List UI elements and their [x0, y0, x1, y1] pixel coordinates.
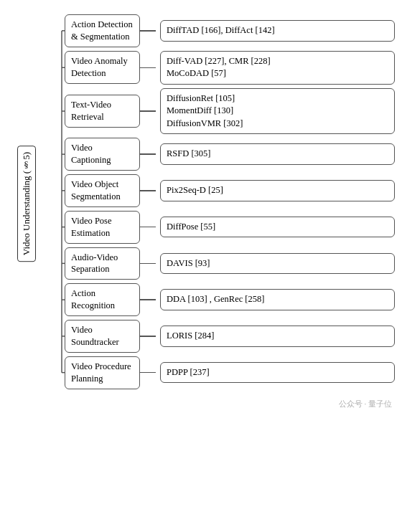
- h-connector-video-pose: [140, 227, 156, 228]
- ref-video-pose: DiffPose [55]: [160, 217, 395, 238]
- h-connector-video-procedure: [140, 372, 156, 374]
- tree-connector: [42, 14, 65, 394]
- h-connector-text-video: [140, 110, 156, 112]
- row-video-procedure: Video Procedure PlanningPDPP [237]: [65, 356, 395, 389]
- ref-video-soundtracker: LORIS [284]: [160, 326, 395, 347]
- ref-action-recognition: DDA [103] , GenRec [258]: [160, 289, 395, 310]
- row-text-video: Text-Video RetrievalDiffusionRet [105] M…: [65, 88, 395, 135]
- h-connector-action-recognition: [140, 299, 156, 300]
- ref-video-captioning: RSFD [305]: [160, 143, 395, 165]
- node-video-soundtracker: Video Soundtracker: [65, 320, 140, 353]
- node-video-pose: Video Pose Estimation: [65, 211, 140, 244]
- watermark: 公众号 · 量子位: [339, 399, 392, 409]
- ref-video-anomaly: Diff-VAD [227], CMR [228] MoCoDAD [57]: [160, 51, 395, 85]
- node-video-anomaly: Video Anomaly Detection: [65, 51, 140, 84]
- node-video-captioning: Video Captioning: [65, 138, 140, 171]
- ref-video-object: Pix2Seq-D [25]: [160, 180, 395, 201]
- row-video-anomaly: Video Anomaly DetectionDiff-VAD [227], C…: [65, 51, 395, 85]
- row-video-pose: Video Pose EstimationDiffPose [55]: [65, 211, 395, 244]
- node-audio-video: Audio-Video Separation: [65, 247, 140, 280]
- node-video-object: Video Object Segmentation: [65, 174, 140, 207]
- row-action-detection: Action Detection & SegmentationDiffTAD […: [65, 14, 395, 47]
- ref-text-video: DiffusionRet [105] MomentDiff [130] Diff…: [160, 88, 395, 135]
- row-video-soundtracker: Video SoundtrackerLORIS [284]: [65, 320, 395, 353]
- row-action-recognition: Action RecognitionDDA [103] , GenRec [25…: [65, 283, 395, 316]
- h-connector-video-object: [140, 190, 156, 191]
- ref-audio-video: DAVIS [93]: [160, 253, 395, 275]
- row-audio-video: Audio-Video SeparationDAVIS [93]: [65, 247, 395, 280]
- rows-area: Action Detection & SegmentationDiffTAD […: [65, 14, 395, 394]
- main-category-label: Video Understanding (§5): [17, 146, 36, 262]
- ref-action-detection: DiffTAD [166], DiffAct [142]: [160, 20, 395, 42]
- h-connector-audio-video: [140, 263, 156, 265]
- h-connector-action-detection: [140, 30, 156, 32]
- diagram-container: Video Understanding (§5) Action Detectio…: [0, 0, 402, 415]
- row-video-object: Video Object SegmentationPix2Seq-D [25]: [65, 174, 395, 207]
- node-action-recognition: Action Recognition: [65, 283, 140, 316]
- h-connector-video-soundtracker: [140, 336, 156, 337]
- left-label-col: Video Understanding (§5): [13, 14, 40, 394]
- ref-video-procedure: PDPP [237]: [160, 362, 395, 384]
- node-action-detection: Action Detection & Segmentation: [65, 14, 140, 47]
- node-text-video: Text-Video Retrieval: [65, 95, 140, 128]
- tree-svg: [42, 14, 65, 394]
- h-connector-video-anomaly: [140, 67, 156, 69]
- h-connector-video-captioning: [140, 153, 156, 155]
- row-video-captioning: Video CaptioningRSFD [305]: [65, 138, 395, 171]
- node-video-procedure: Video Procedure Planning: [65, 356, 140, 389]
